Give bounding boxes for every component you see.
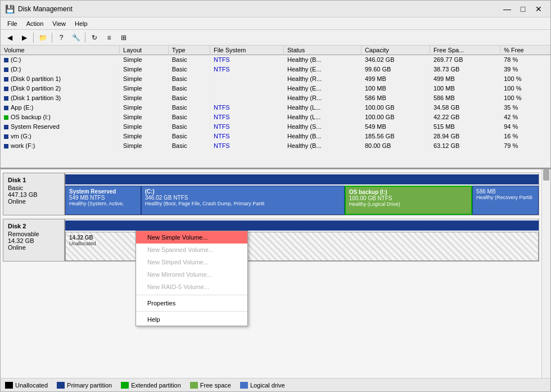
volumes-table-area: Volume Layout Type File System Status Ca…: [1, 46, 550, 169]
ctx-new-raid5[interactable]: New RAID-5 Volume...: [136, 281, 247, 293]
window: 💾 Disk Management — □ ✕ File Action View…: [0, 0, 551, 392]
cell-type: Basic: [168, 112, 210, 122]
vol-icon: [4, 77, 8, 82]
cell-fs: [210, 74, 283, 84]
disk2-label: Disk 2 Removable 14.32 GB Online: [3, 219, 65, 261]
cell-fs: NTFS: [210, 132, 283, 141]
menu-help[interactable]: Help: [70, 19, 92, 28]
legend-label-logical: Logical drive: [250, 382, 285, 389]
cell-status: Healthy (R...: [284, 74, 362, 84]
cell-status: Healthy (B...: [284, 55, 362, 65]
toolbar-up[interactable]: 📁: [36, 31, 49, 44]
cell-type: Basic: [168, 55, 210, 65]
maximize-button[interactable]: □: [516, 3, 530, 15]
cell-layout: Simple: [120, 141, 169, 151]
toolbar-forward[interactable]: ▶: [17, 31, 31, 44]
scrollbar-thumb[interactable]: [543, 169, 549, 181]
toolbar-view2[interactable]: ⊞: [117, 31, 130, 44]
disk1-part-sysres[interactable]: System Reserved 549 MB NTFS Healthy (Sys…: [65, 186, 141, 215]
legend-box-free: [190, 382, 198, 389]
disk1-part-recovery[interactable]: 586 MB Healthy (Recovery Partiti: [472, 186, 539, 215]
cell-type: Basic: [168, 132, 210, 141]
cell-layout: Simple: [120, 55, 169, 65]
disk1-row: Disk 1 Basic 447.13 GB Online System Res…: [3, 173, 539, 215]
menu-action[interactable]: Action: [22, 19, 48, 28]
cell-free: 515 MB: [430, 122, 500, 132]
toolbar-refresh[interactable]: ↻: [88, 31, 101, 44]
table-row[interactable]: (D:) Simple Basic NTFS Healthy (E... 99.…: [1, 65, 550, 74]
cell-free: 499 MB: [430, 74, 500, 84]
ctx-new-simple[interactable]: New Simple Volume...: [136, 231, 247, 244]
title-bar-buttons: — □ ✕: [500, 3, 546, 15]
col-fs[interactable]: File System: [210, 46, 283, 55]
cell-pct: 42 %: [500, 112, 550, 122]
minimize-button[interactable]: —: [500, 3, 514, 15]
disk2-bar: [65, 220, 539, 231]
legend-box-unallocated: [5, 382, 13, 389]
cell-status: Healthy (L...: [284, 103, 362, 112]
toolbar-view1[interactable]: ≡: [102, 31, 116, 44]
toolbar-back[interactable]: ◀: [3, 31, 16, 44]
legend-label-extended: Extended partition: [131, 382, 181, 389]
col-pct[interactable]: % Free: [500, 46, 550, 55]
cell-fs: NTFS: [210, 141, 283, 151]
table-row[interactable]: (Disk 1 partition 3) Simple Basic Health…: [1, 93, 550, 103]
table-row[interactable]: App (E:) Simple Basic NTFS Healthy (L...…: [1, 103, 550, 112]
disk1-part-osbackup[interactable]: OS backup (I:) 100.00 GB NTFS Healthy (L…: [345, 186, 472, 215]
cell-capacity: 185.56 GB: [361, 132, 430, 141]
col-type[interactable]: Type: [168, 46, 210, 55]
toolbar-settings[interactable]: 🔧: [69, 31, 83, 44]
disk1-partition-row: System Reserved 549 MB NTFS Healthy (Sys…: [65, 186, 539, 215]
ctx-help[interactable]: Help: [136, 313, 247, 326]
cell-layout: Simple: [120, 103, 169, 112]
cell-type: Basic: [168, 122, 210, 132]
cell-layout: Simple: [120, 132, 169, 141]
ctx-new-striped[interactable]: New Striped Volume...: [136, 256, 247, 268]
table-row[interactable]: (Disk 0 partition 1) Simple Basic Health…: [1, 74, 550, 84]
scrollbar[interactable]: [541, 169, 550, 378]
table-row[interactable]: OS backup (I:) Simple Basic NTFS Healthy…: [1, 112, 550, 122]
cell-fs: [210, 93, 283, 103]
toolbar-sep3: [85, 33, 85, 43]
legend-unallocated: Unallocated: [5, 382, 48, 389]
cell-capacity: 100.00 GB: [361, 103, 430, 112]
vol-icon: [4, 67, 8, 72]
menu-view[interactable]: View: [48, 19, 70, 28]
ctx-properties[interactable]: Properties: [136, 297, 247, 309]
cell-type: Basic: [168, 103, 210, 112]
col-volume[interactable]: Volume: [1, 46, 120, 55]
ctx-new-spanned[interactable]: New Spanned Volume...: [136, 244, 247, 256]
cell-pct: 100 %: [500, 74, 550, 84]
cell-fs: NTFS: [210, 112, 283, 122]
table-row[interactable]: System Reserved Simple Basic NTFS Health…: [1, 122, 550, 132]
disk1-osbackup-size: 100.00 GB NTFS: [349, 195, 468, 201]
cell-volume: App (E:): [1, 103, 120, 112]
col-free[interactable]: Free Spa...: [430, 46, 500, 55]
col-status[interactable]: Status: [284, 46, 362, 55]
cell-fs: NTFS: [210, 65, 283, 74]
cell-volume: work (F:): [1, 141, 120, 151]
col-capacity[interactable]: Capacity: [361, 46, 430, 55]
menu-file[interactable]: File: [3, 19, 22, 28]
disk1-recovery-size: 586 MB: [476, 188, 535, 195]
cell-pct: 100 %: [500, 93, 550, 103]
cell-pct: 16 %: [500, 132, 550, 141]
toolbar-help[interactable]: ?: [55, 31, 68, 44]
cell-capacity: 100.00 GB: [361, 112, 430, 122]
cell-pct: 100 %: [500, 84, 550, 93]
cell-capacity: 499 MB: [361, 74, 430, 84]
cell-volume: (D:): [1, 65, 120, 74]
table-row[interactable]: (Disk 0 partition 2) Simple Basic Health…: [1, 84, 550, 93]
cell-status: Healthy (B...: [284, 132, 362, 141]
cell-type: Basic: [168, 74, 210, 84]
cell-layout: Simple: [120, 74, 169, 84]
col-layout[interactable]: Layout: [120, 46, 169, 55]
ctx-sep2: [136, 311, 247, 312]
table-row[interactable]: (C:) Simple Basic NTFS Healthy (B... 346…: [1, 55, 550, 65]
disk1-c-size: 346.02 GB NTFS: [145, 195, 341, 201]
close-button[interactable]: ✕: [531, 3, 546, 15]
table-row[interactable]: work (F:) Simple Basic NTFS Healthy (B..…: [1, 141, 550, 151]
ctx-new-mirrored[interactable]: New Mirrored Volume...: [136, 268, 247, 281]
disk1-part-c[interactable]: (C:) 346.02 GB NTFS Healthy (Boot, Page …: [141, 186, 345, 215]
table-row[interactable]: vm (G:) Simple Basic NTFS Healthy (B... …: [1, 132, 550, 141]
